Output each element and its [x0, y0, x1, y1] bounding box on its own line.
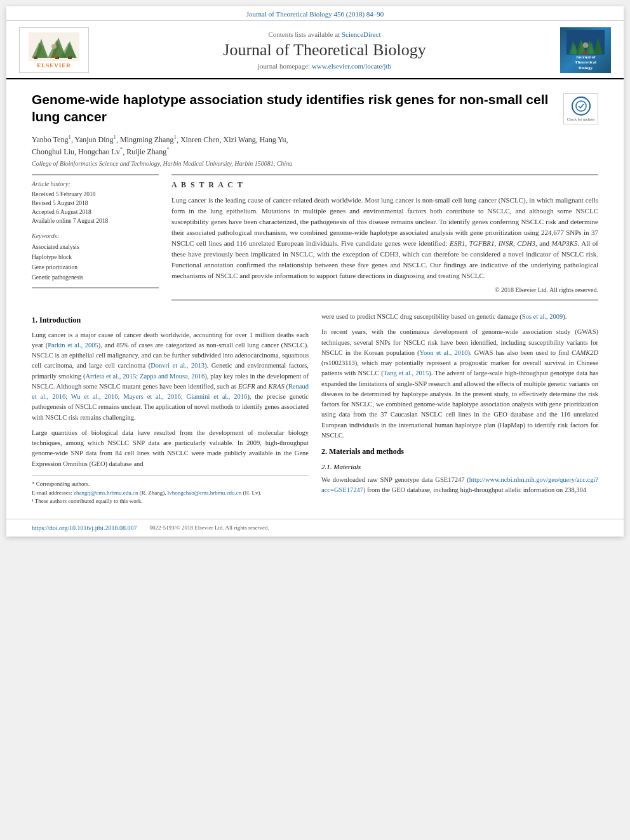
email1-link[interactable]: zhangrj@ems.hrbmu.edu.cn: [74, 490, 138, 496]
keyword2: Haplotype block: [32, 252, 159, 262]
journal-homepage-line: journal homepage: www.elsevier.com/locat…: [89, 62, 560, 70]
history-label: Article history:: [32, 180, 159, 187]
article-info-box: Article history: Received 5 February 201…: [32, 175, 159, 289]
corresponding-note: * Corresponding authors.: [32, 480, 309, 489]
subsection2-1-heading: 2.1. Materials: [321, 462, 598, 472]
ref-sos: Sos et al., 2009: [522, 313, 563, 320]
check-updates-icon: [572, 97, 591, 116]
abstract-text: Lung cancer is the leading cause of canc…: [171, 195, 598, 281]
elsevier-logo: ELSEVIER: [19, 27, 89, 73]
keyword3: Gene prioritization: [32, 262, 159, 272]
article-content: Genome-wide haplotype association study …: [6, 79, 624, 519]
sciencedirect-link[interactable]: ScienceDirect: [342, 30, 381, 38]
author2-label: (H. Lv).: [243, 490, 262, 496]
ref-donvri: Donvri et al., 2013: [151, 362, 204, 369]
elsevier-brand: ELSEVIER: [37, 62, 71, 69]
bottom-bar: https://doi.org/10.1016/j.jtbi.2018.08.0…: [6, 519, 624, 537]
cover-title-text: Journal ofTheoreticalBiology: [575, 55, 596, 70]
journal-cover-image: Journal ofTheoreticalBiology: [560, 27, 611, 73]
copyright-notice: © 2018 Elsevier Ltd. All rights reserved…: [171, 286, 598, 293]
svg-rect-9: [34, 57, 37, 59]
ref-parkin: Parkin et al., 2005: [48, 342, 98, 349]
ref-arrieta: Arrieta et al., 2015; Zappa and Mousa, 2…: [85, 373, 204, 380]
email2-link[interactable]: lvhongchao@ems.hrbmu.edu.cn: [168, 490, 242, 496]
geo-link[interactable]: http://www.ncbi.nlm.nih.gov/geo/query/ac…: [321, 476, 598, 493]
info-abstract-section: Article history: Received 5 February 201…: [32, 175, 598, 300]
keyword4: Genetic pathogenesis: [32, 272, 159, 283]
check-updates-label: Check for updates: [566, 117, 595, 121]
section1-heading: 1. Introduction: [32, 314, 309, 326]
ref-tang: Tang et al., 2015: [384, 370, 429, 377]
article-title-row: Genome-wide haplotype association study …: [32, 91, 598, 175]
svg-point-22: [576, 101, 586, 111]
check-circle-icon: [575, 100, 587, 112]
ref-renaud: Renaud et al., 2016; Wu et al., 2016; Ma…: [32, 383, 309, 400]
article-info-column: Article history: Received 5 February 201…: [32, 175, 159, 300]
sciencedirect-note: Contents lists available at ScienceDirec…: [89, 30, 560, 38]
intro-para1: Lung cancer is a major cause of cancer d…: [32, 330, 309, 423]
svg-rect-11: [68, 57, 72, 59]
body-right-column: were used to predict NSCLC drug suscepti…: [321, 312, 598, 506]
revised-date: Revised 5 August 2018: [32, 199, 159, 208]
affiliation: College of Bioinformatics Science and Te…: [32, 160, 553, 167]
received-date: Received 5 February 2018: [32, 190, 159, 199]
ref-yoon: Yoon et al., 2010: [420, 349, 468, 356]
author1-label: (R. Zhang),: [140, 490, 166, 496]
homepage-url[interactable]: www.elsevier.com/locate/jtb: [312, 62, 391, 70]
footnote1: ¹ These authors contributed equally to t…: [32, 497, 309, 506]
email-label: E-mail addresses:: [32, 490, 72, 496]
journal-reference-bar: Journal of Theoretical Biology 456 (2018…: [6, 6, 624, 21]
issn-text: 0022-5193/© 2018 Elsevier Ltd. All right…: [149, 524, 269, 531]
cover-illustration: [563, 30, 608, 55]
body-left-column: 1. Introduction Lung cancer is a major c…: [32, 312, 309, 506]
keyword1: Associated analysis: [32, 242, 159, 252]
check-updates-badge: Check for updates: [563, 93, 598, 124]
email-addresses: E-mail addresses: zhangrj@ems.hrbmu.edu.…: [32, 489, 309, 498]
elsevier-tree-icon: [29, 32, 79, 61]
article-history: Article history: Received 5 February 201…: [32, 180, 159, 226]
body-section: 1. Introduction Lung cancer is a major c…: [32, 312, 598, 506]
article-title: Genome-wide haplotype association study …: [32, 91, 553, 126]
accepted-date: Accepted 6 August 2018: [32, 208, 159, 217]
intro-para2: Large quantities of biological data have…: [32, 428, 309, 469]
available-date: Available online 7 August 2018: [32, 217, 159, 225]
svg-point-12: [51, 44, 57, 49]
doi-link[interactable]: https://doi.org/10.1016/j.jtbi.2018.08.0…: [32, 524, 137, 531]
section2-heading: 2. Materials and methods: [321, 446, 598, 458]
abstract-title: A B S T R A C T: [171, 180, 598, 190]
journal-title: Journal of Theoretical Biology: [89, 41, 560, 60]
abstract-box: A B S T R A C T Lung cancer is the leadi…: [171, 175, 598, 300]
right-para3: We downloaded raw SNP genotype data GSE1…: [321, 475, 598, 496]
abstract-column: A B S T R A C T Lung cancer is the leadi…: [171, 175, 598, 300]
keywords-label: Keywords:: [32, 232, 159, 239]
svg-point-21: [583, 43, 589, 48]
header-center: Contents lists available at ScienceDirec…: [89, 30, 560, 70]
journal-ref-text: Journal of Theoretical Biology 456 (2018…: [246, 10, 384, 18]
right-para2: In recent years, with the continuous dev…: [321, 327, 598, 441]
footnote-area: * Corresponding authors. E-mail addresse…: [32, 476, 309, 506]
authors-line: Yanbo Teng1, Yanjun Ding1, Mingming Zhan…: [32, 133, 553, 157]
article-title-section: Genome-wide haplotype association study …: [32, 91, 553, 175]
keywords-section: Keywords: Associated analysis Haplotype …: [32, 232, 159, 283]
page: Journal of Theoretical Biology 456 (2018…: [6, 6, 624, 537]
journal-header: ELSEVIER Contents lists available at Sci…: [6, 21, 624, 79]
right-para1: were used to predict NSCLC drug suscepti…: [321, 312, 598, 322]
